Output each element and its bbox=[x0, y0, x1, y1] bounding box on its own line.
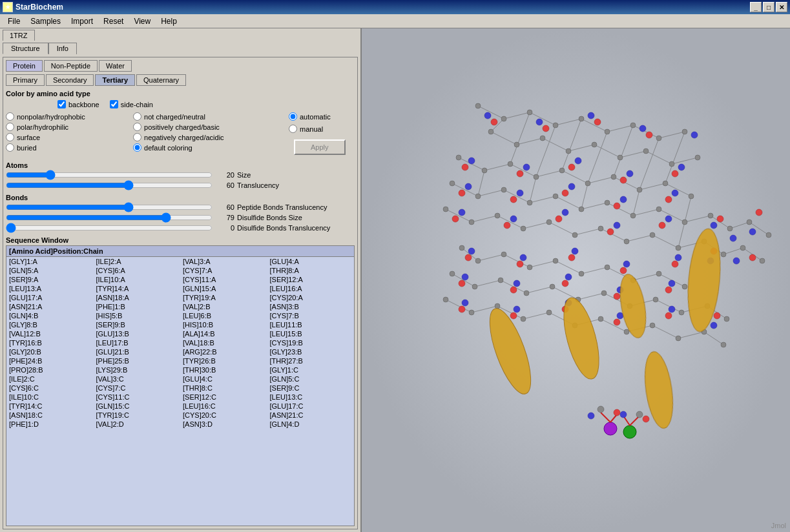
svg-point-273 bbox=[623, 425, 636, 438]
structtab-quaternary[interactable]: Quaternary bbox=[136, 74, 186, 86]
svg-point-205 bbox=[659, 222, 665, 229]
menu-samples[interactable]: Samples bbox=[25, 15, 66, 27]
backbone-checkbox-label[interactable]: backbone bbox=[57, 100, 99, 108]
list-item: [PHE]1:D bbox=[6, 420, 94, 429]
svg-point-133 bbox=[656, 207, 661, 212]
table-row[interactable]: [GLN]4:B[HIS]5:B[LEU]6:B[CYS]7:B bbox=[6, 311, 354, 320]
menu-file[interactable]: File bbox=[3, 15, 25, 27]
list-item: [ILE]10:C bbox=[6, 393, 94, 402]
radio-negative-input[interactable] bbox=[133, 133, 141, 141]
subtab-water[interactable]: Water bbox=[99, 60, 132, 72]
table-row[interactable]: [GLN]5:A[CYS]6:A[CYS]7:A[THR]8:A bbox=[6, 266, 354, 275]
backbone-checkbox[interactable] bbox=[57, 100, 66, 108]
seq-body[interactable]: [GLY]1:A[ILE]2:A[VAL]3:A[GLU]4:A[GLN]5:A… bbox=[6, 257, 355, 526]
radio-manual[interactable]: manual bbox=[289, 125, 323, 133]
structtab-primary[interactable]: Primary bbox=[6, 74, 45, 86]
table-row[interactable]: [GLY]20:B[GLU]21:B[ARG]22:B[GLY]23:B bbox=[6, 347, 354, 356]
svg-point-283 bbox=[643, 416, 649, 422]
table-row[interactable]: [GLY]1:A[ILE]2:A[VAL]3:A[GLU]4:A bbox=[6, 257, 354, 266]
sub-tabs: Protein Non-Peptide Water bbox=[6, 60, 355, 72]
svg-point-172 bbox=[624, 329, 629, 334]
struct-tabs: Primary Secondary Tertiary Quaternary bbox=[6, 74, 355, 86]
svg-point-237 bbox=[517, 190, 523, 196]
table-row[interactable]: [VAL]12:B[GLU]13:B[ALA]14:B[LEU]15:B bbox=[6, 329, 354, 338]
radio-nonpolar[interactable]: nonpolar/hydrophobic bbox=[6, 112, 133, 121]
radio-positive[interactable]: positively charged/basic bbox=[133, 123, 284, 131]
table-row[interactable]: [ILE]10:C[CYS]11:C[SER]12:C[LEU]13:C bbox=[6, 393, 354, 402]
table-row[interactable]: [ASN]18:C[TYR]19:C[CYS]20:C[ASN]21:C bbox=[6, 411, 354, 420]
svg-point-252 bbox=[514, 280, 520, 287]
list-item: [CYS]19:B bbox=[267, 338, 355, 347]
app-title: StarBiochem bbox=[16, 3, 63, 12]
svg-point-222 bbox=[756, 209, 762, 216]
maximize-button[interactable]: □ bbox=[763, 2, 774, 12]
radio-notcharged-input[interactable] bbox=[133, 112, 141, 121]
svg-point-278 bbox=[598, 406, 604, 413]
svg-point-131 bbox=[605, 200, 610, 205]
radio-notcharged[interactable]: not charged/neutral bbox=[133, 112, 284, 121]
radio-buried[interactable]: buried bbox=[6, 143, 133, 152]
disulfide-size-slider[interactable] bbox=[6, 213, 213, 222]
table-row[interactable]: [ILE]2:C[VAL]3:C[GLU]4:C[GLN]5:C bbox=[6, 374, 354, 384]
menu-import[interactable]: Import bbox=[66, 15, 98, 27]
sidechain-checkbox-label[interactable]: side-chain bbox=[110, 100, 153, 108]
svg-point-114 bbox=[695, 155, 700, 160]
radio-surface-input[interactable] bbox=[6, 133, 14, 141]
svg-point-240 bbox=[672, 190, 678, 196]
radio-buried-input[interactable] bbox=[6, 143, 14, 152]
menu-help[interactable]: Help bbox=[156, 15, 182, 27]
radio-automatic-input[interactable] bbox=[289, 112, 297, 121]
table-row[interactable]: [TYR]14:C[GLN]15:C[LEU]16:C[GLU]17:C bbox=[6, 402, 354, 411]
table-row[interactable]: [PRO]28:B[LYS]29:B[THR]30:B[GLY]1:C bbox=[6, 365, 354, 374]
radio-polar[interactable]: polar/hydrophilic bbox=[6, 123, 133, 131]
tab-1trz[interactable]: 1TRZ bbox=[3, 30, 35, 41]
radio-surface[interactable]: surface bbox=[6, 133, 133, 141]
svg-point-168 bbox=[521, 316, 526, 322]
minimize-button[interactable]: _ bbox=[750, 2, 762, 12]
table-row[interactable]: [ASN]21:A[PHE]1:B[VAL]2:B[ASN]3:B bbox=[6, 302, 354, 311]
tab-info[interactable]: Info bbox=[48, 43, 77, 54]
list-item: [GLY]1:A bbox=[6, 257, 94, 266]
radio-manual-input[interactable] bbox=[289, 125, 297, 133]
subtab-protein[interactable]: Protein bbox=[6, 60, 43, 72]
svg-point-260 bbox=[669, 306, 675, 312]
table-row[interactable]: [CYS]6:C[CYS]7:C[THR]8:C[SER]9:C bbox=[6, 384, 354, 393]
svg-point-121 bbox=[611, 174, 616, 179]
disulfide-trans-slider[interactable] bbox=[6, 223, 213, 232]
tab-structure[interactable]: Structure bbox=[3, 43, 48, 54]
apply-button[interactable]: Apply bbox=[294, 139, 346, 155]
structtab-secondary[interactable]: Secondary bbox=[46, 74, 94, 86]
table-row[interactable]: [SER]9:A[ILE]10:A[CYS]11:A[SER]12:A bbox=[6, 275, 354, 284]
radio-automatic[interactable]: automatic bbox=[289, 112, 331, 121]
close-button[interactable]: ✕ bbox=[776, 2, 787, 12]
table-row[interactable]: [TYR]16:B[LEU]17:B[VAL]18:B[CYS]19:B bbox=[6, 338, 354, 347]
atoms-translucency-slider[interactable] bbox=[6, 181, 213, 190]
table-row[interactable]: [GLU]17:A[ASN]18:A[TYR]19:A[CYS]20:A bbox=[6, 293, 354, 302]
structtab-tertiary[interactable]: Tertiary bbox=[95, 74, 135, 86]
list-item: [CYS]11:C bbox=[94, 393, 181, 402]
sidechain-checkbox[interactable] bbox=[110, 100, 118, 108]
main-content: 1TRZ Structure Info Protein Non-Peptide … bbox=[0, 28, 790, 532]
radio-nonpolar-input[interactable] bbox=[6, 112, 14, 121]
table-row[interactable]: [GLY]8:B[SER]9:B[HIS]10:B[LEU]11:B bbox=[6, 320, 354, 329]
table-row[interactable]: [PHE]1:D[VAL]2:D[ASN]3:D[GLN]4:D bbox=[6, 420, 354, 429]
radio-positive-input[interactable] bbox=[133, 123, 141, 131]
radio-default[interactable]: default coloring bbox=[133, 143, 284, 152]
svg-point-210 bbox=[672, 261, 678, 267]
disulfide-size-label: Disulfide Bonds Size bbox=[237, 214, 302, 221]
subtab-nonpeptide[interactable]: Non-Peptide bbox=[44, 60, 98, 72]
peptide-bonds-slider[interactable] bbox=[6, 203, 213, 212]
svg-point-199 bbox=[614, 203, 620, 209]
table-row[interactable]: [LEU]13:A[TYR]14:A[GLN]15:A[LEU]16:A bbox=[6, 284, 354, 293]
svg-point-224 bbox=[749, 254, 756, 261]
menu-view[interactable]: View bbox=[129, 15, 156, 27]
radio-default-input[interactable] bbox=[133, 143, 141, 152]
svg-point-134 bbox=[682, 220, 687, 225]
list-item: [SER]9:A bbox=[6, 275, 94, 284]
menu-reset[interactable]: Reset bbox=[98, 15, 129, 27]
table-row[interactable]: [PHE]24:B[PHE]25:B[TYR]26:B[THR]27:B bbox=[6, 356, 354, 365]
radio-polar-input[interactable] bbox=[6, 123, 14, 131]
atoms-size-slider[interactable] bbox=[6, 170, 213, 179]
mol-viewer[interactable]: Jmol bbox=[362, 28, 790, 532]
radio-negative[interactable]: negatively charged/acidic bbox=[133, 133, 284, 141]
